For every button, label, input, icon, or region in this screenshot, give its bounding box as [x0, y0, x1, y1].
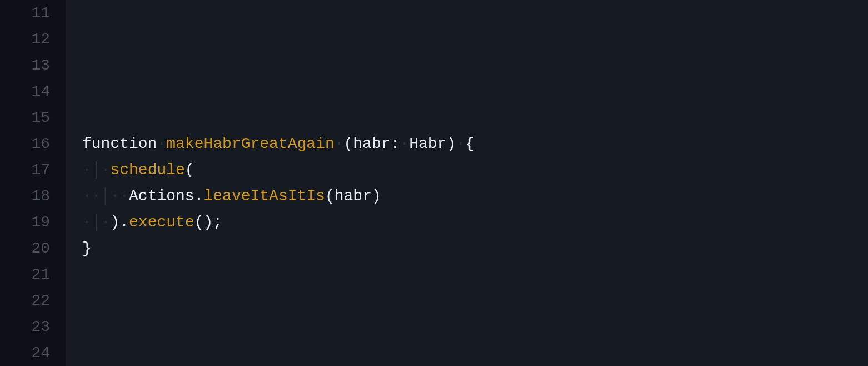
line-number: 19: [8, 209, 50, 235]
token-fn-call: leaveItAsItIs: [203, 187, 325, 205]
code-line[interactable]: }: [82, 235, 851, 261]
code-editor[interactable]: 1112131415161718192021222324 function·ma…: [0, 0, 868, 366]
token-ws-dot: ··: [110, 187, 129, 205]
token-fn-call: schedule: [110, 161, 184, 179]
token-punc: ): [110, 214, 119, 231]
token-ws-dot: ·: [400, 135, 409, 152]
code-content-area[interactable]: function·makeHabrGreatAgain·(habr:·Habr)…: [66, 0, 868, 366]
token-ws-dot: ·: [101, 214, 111, 231]
token-ws-dot: ·: [157, 135, 166, 152]
line-number: 13: [8, 52, 50, 78]
token-ws-dot: ·: [82, 161, 92, 179]
token-type: Habr: [409, 135, 446, 152]
token-ws-dot: ·: [456, 135, 465, 152]
code-line[interactable]: [82, 78, 851, 105]
token-punc: ;: [213, 214, 222, 231]
token-default: habr: [353, 135, 390, 152]
line-number: 14: [8, 78, 50, 105]
line-number: 24: [8, 340, 50, 366]
line-number-gutter: 1112131415161718192021222324: [0, 0, 66, 366]
token-punc: .: [194, 187, 204, 205]
token-fn-call: execute: [129, 214, 194, 231]
token-ws-dot: ·: [101, 161, 111, 179]
token-fn-name: makeHabrGreatAgain: [166, 135, 334, 152]
token-prop: Actions: [129, 187, 194, 205]
line-number: 18: [8, 183, 50, 209]
line-number: 21: [8, 261, 50, 288]
token-ws-dot: ·: [82, 214, 92, 231]
line-number: 11: [8, 0, 50, 26]
code-line[interactable]: [82, 340, 851, 366]
token-ws-dot: ·: [335, 135, 344, 152]
line-number: 12: [8, 26, 50, 52]
token-punc: .: [119, 214, 129, 231]
token-punc: ): [372, 187, 381, 205]
code-line[interactable]: [82, 26, 851, 52]
line-number: 20: [8, 235, 50, 261]
token-default: habr: [335, 187, 372, 205]
token-indent-guide: │: [92, 214, 101, 231]
line-number: 15: [8, 105, 50, 131]
code-line[interactable]: function·makeHabrGreatAgain·(habr:·Habr)…: [82, 131, 851, 157]
token-punc: (: [325, 187, 335, 205]
token-punc: (: [194, 214, 204, 231]
line-number: 23: [8, 314, 50, 340]
token-punc: }: [82, 240, 92, 257]
token-indent-guide: │: [101, 187, 111, 205]
code-line[interactable]: ·│·).execute();: [82, 209, 851, 235]
token-punc: (: [185, 161, 194, 179]
code-line[interactable]: [82, 105, 851, 131]
code-line[interactable]: ·│·schedule(: [82, 157, 851, 183]
code-line[interactable]: [82, 261, 851, 288]
code-line[interactable]: [82, 52, 851, 78]
token-ws-dot: ··: [82, 187, 101, 205]
code-line[interactable]: ··│··Actions.leaveItAsItIs(habr): [82, 183, 851, 209]
token-punc: :: [391, 135, 400, 152]
token-punc: ): [446, 135, 456, 152]
code-line[interactable]: [82, 288, 851, 314]
token-kw: function: [82, 135, 157, 152]
line-number: 22: [8, 288, 50, 314]
line-number: 16: [8, 131, 50, 157]
token-indent-guide: │: [92, 161, 101, 179]
code-line[interactable]: [82, 0, 851, 26]
token-punc: (: [344, 135, 353, 152]
code-line[interactable]: [82, 314, 851, 340]
token-punc: {: [465, 135, 475, 152]
line-number: 17: [8, 157, 50, 183]
token-punc: ): [204, 214, 213, 231]
